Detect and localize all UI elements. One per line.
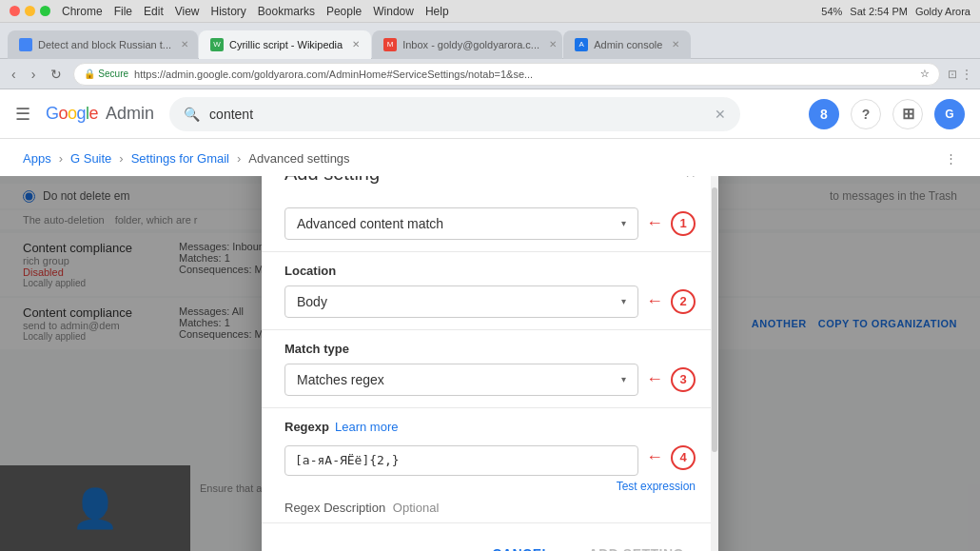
- annotation-2: 2: [671, 289, 696, 314]
- hamburger-menu[interactable]: ☰: [15, 104, 30, 125]
- mac-bar-left: Chrome File Edit View History Bookmarks …: [10, 5, 449, 18]
- help-button[interactable]: ?: [851, 99, 881, 129]
- menu-icon[interactable]: ⋮: [961, 68, 972, 81]
- mac-time: Sat 2:54 PM: [850, 6, 908, 17]
- breadcrumb-current: Advanced settings: [248, 151, 349, 166]
- extensions-icon[interactable]: ⊡: [948, 68, 957, 81]
- mac-menu-window[interactable]: Window: [373, 5, 414, 18]
- profile-avatar[interactable]: G: [934, 99, 965, 129]
- breadcrumb-gmail[interactable]: Settings for Gmail: [131, 151, 229, 166]
- header-icons: 8 ? ⊞ G: [809, 99, 965, 129]
- mac-battery: 54%: [821, 6, 842, 17]
- breadcrumb-more-icon[interactable]: ⋮: [945, 151, 957, 166]
- arrow-3: ←: [646, 369, 663, 389]
- modal-close-button[interactable]: ×: [685, 176, 696, 184]
- tab-close-1[interactable]: ✕: [181, 39, 188, 49]
- mac-menu-view[interactable]: View: [175, 5, 200, 18]
- test-expression-link[interactable]: Test expression: [284, 480, 696, 493]
- scrollbar-thumb: [712, 187, 717, 452]
- tabs-container: Detect and block Russian t... ✕ W Cyrill…: [0, 23, 980, 59]
- regexp-label-row: Regexp Learn more: [284, 420, 696, 434]
- tab-close-4[interactable]: ✕: [672, 39, 679, 49]
- tab-favicon-2: W: [210, 38, 224, 51]
- mac-app-name: Chrome: [62, 5, 103, 18]
- match-type-label: Match type: [284, 342, 696, 356]
- add-setting-button[interactable]: ADD SETTING: [578, 539, 696, 552]
- address-field[interactable]: 🔒 Secure https://admin.google.com/goldya…: [73, 63, 940, 86]
- regex-desc-label: Regex Description Optional: [284, 501, 696, 515]
- match-type-dropdown[interactable]: Matches regex ▾: [284, 364, 638, 396]
- mac-menu-help[interactable]: Help: [425, 5, 449, 18]
- breadcrumb: Apps › G Suite › Settings for Gmail › Ad…: [0, 139, 980, 179]
- tab-admin[interactable]: A Admin console ✕: [563, 30, 691, 59]
- breadcrumb-sep-3: ›: [237, 151, 241, 166]
- location-arrow-icon: ▾: [621, 296, 626, 306]
- tab-favicon-3: M: [383, 38, 397, 51]
- modal-overlay: Add setting × Advanced content match ▾ ←…: [0, 176, 980, 551]
- advanced-content-match-section: Advanced content match ▾ ← 1: [262, 196, 718, 252]
- mac-menu-bookmarks[interactable]: Bookmarks: [258, 5, 315, 18]
- match-type-value: Matches regex: [297, 372, 384, 387]
- admin-search-bar[interactable]: 🔍 ✕: [169, 97, 740, 131]
- location-section: Location Body ▾ ← 2: [262, 252, 718, 330]
- mac-user: Goldy Arora: [915, 6, 970, 17]
- tab-cyrillic[interactable]: W Cyrillic script - Wikipedia ✕: [199, 30, 371, 59]
- arrow-1: ←: [646, 213, 663, 233]
- tab-detect-block[interactable]: Detect and block Russian t... ✕: [8, 30, 198, 59]
- cancel-button[interactable]: CANCEL: [480, 539, 561, 552]
- location-label: Location: [284, 264, 696, 278]
- chrome-address-bar: ‹ › ↻ 🔒 Secure https://admin.google.com/…: [0, 59, 980, 89]
- match-type-arrow-icon: ▾: [621, 374, 626, 384]
- mac-menu-people[interactable]: People: [326, 5, 362, 18]
- match-type-section: Match type Matches regex ▾ ← 3: [262, 330, 718, 408]
- regexp-input-row: ← 4: [284, 440, 696, 476]
- user-circle-avatar: 8: [809, 99, 839, 129]
- annotation-3: 3: [671, 367, 696, 392]
- back-button[interactable]: ‹: [8, 65, 20, 84]
- close-dot[interactable]: [10, 6, 20, 16]
- modal-scrollbar[interactable]: [711, 176, 718, 551]
- regexp-input[interactable]: [284, 445, 638, 476]
- breadcrumb-apps[interactable]: Apps: [23, 151, 51, 166]
- apps-grid-button[interactable]: ⊞: [892, 99, 923, 129]
- search-input[interactable]: [209, 107, 705, 122]
- arrow-4: ←: [646, 447, 663, 467]
- search-clear-icon[interactable]: ✕: [715, 107, 726, 122]
- address-icons: ⊡ ⋮: [948, 68, 972, 81]
- arrow-2: ←: [646, 291, 663, 311]
- tab-favicon-4: A: [575, 38, 588, 51]
- modal-footer: CANCEL ADD SETTING: [262, 522, 718, 552]
- advanced-match-row: Advanced content match ▾ ← 1: [284, 207, 696, 240]
- admin-text: Admin: [106, 104, 154, 124]
- mac-window-controls[interactable]: [10, 6, 50, 16]
- bookmark-icon[interactable]: ☆: [920, 68, 930, 80]
- secure-badge: 🔒 Secure: [84, 69, 128, 79]
- reload-button[interactable]: ↻: [47, 65, 66, 84]
- annotation-4: 4: [671, 445, 696, 470]
- tab-close-3[interactable]: ✕: [549, 39, 557, 49]
- minimize-dot[interactable]: [25, 6, 35, 16]
- mac-menu-history[interactable]: History: [211, 5, 246, 18]
- optional-text: Optional: [393, 501, 439, 515]
- tab-close-2[interactable]: ✕: [352, 39, 360, 49]
- lock-icon: 🔒: [84, 69, 95, 79]
- admin-header: ☰ Google Admin 🔍 ✕ 8 ? ⊞ G: [0, 89, 980, 139]
- regex-desc-row: Regex Description Optional: [284, 501, 696, 515]
- advanced-match-dropdown[interactable]: Advanced content match ▾: [284, 207, 638, 240]
- mac-menu-file[interactable]: File: [114, 5, 132, 18]
- tab-favicon-1: [19, 38, 32, 51]
- add-setting-modal: Add setting × Advanced content match ▾ ←…: [262, 176, 718, 551]
- annotation-1: 1: [671, 211, 696, 236]
- mac-menu-edit[interactable]: Edit: [144, 5, 164, 18]
- learn-more-link[interactable]: Learn more: [335, 420, 398, 434]
- advanced-match-value: Advanced content match: [297, 216, 443, 231]
- maximize-dot[interactable]: [40, 6, 50, 16]
- tab-inbox[interactable]: M Inbox - goldy@goldyarora.c... ✕: [372, 30, 562, 59]
- forward-button[interactable]: ›: [28, 65, 40, 84]
- url-text[interactable]: https://admin.google.com/goldyarora.com/…: [134, 69, 914, 80]
- location-dropdown[interactable]: Body ▾: [284, 285, 638, 318]
- regexp-section: Regexp Learn more ← 4 Test expression Re…: [262, 408, 718, 522]
- google-logo: Google: [46, 104, 98, 124]
- breadcrumb-gsuite[interactable]: G Suite: [70, 151, 111, 166]
- search-icon: 🔍: [184, 107, 200, 122]
